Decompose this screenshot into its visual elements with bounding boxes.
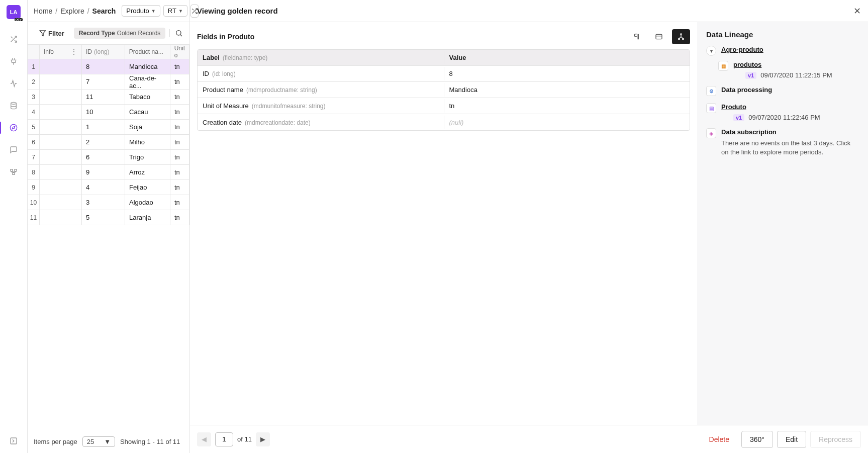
svg-point-0 bbox=[11, 102, 17, 104]
search-icon[interactable] bbox=[169, 29, 183, 37]
field-row: Unit of Measure(mdmunitofmeasure: string… bbox=[198, 98, 690, 114]
processing-icon: ⚙ bbox=[706, 86, 716, 96]
svg-point-1 bbox=[10, 124, 17, 131]
svg-rect-7 bbox=[656, 34, 662, 39]
svg-point-8 bbox=[681, 34, 682, 35]
table-icon: ▦ bbox=[718, 61, 728, 71]
table-row[interactable]: 27Cana-de-ac...tn bbox=[28, 74, 189, 89]
table-row[interactable]: 76Trigotn bbox=[28, 150, 189, 165]
detail-header: Viewing golden record ✕ bbox=[190, 0, 868, 22]
model-icon: ▤ bbox=[706, 103, 716, 113]
nav-explore-icon[interactable] bbox=[4, 118, 24, 138]
detail-title: Viewing golden record bbox=[197, 7, 278, 15]
page-of: of 11 bbox=[237, 435, 252, 443]
table-row[interactable]: 62Milhotn bbox=[28, 135, 189, 150]
showing-text: Showing 1 - 11 of 11 bbox=[120, 438, 180, 445]
subscription-icon: ◈ bbox=[706, 128, 716, 138]
table-row[interactable]: 103Algodaotn bbox=[28, 195, 189, 210]
lineage-produto-link[interactable]: Produto bbox=[721, 103, 746, 111]
field-row: Product name(mdmproductname: string)Mand… bbox=[198, 82, 690, 98]
lineage-title: Data Lineage bbox=[706, 30, 859, 39]
filter-bar: Filter Record Type Golden Records bbox=[28, 22, 189, 44]
nav-database-icon[interactable] bbox=[4, 96, 24, 116]
rt-dropdown[interactable]: RT▼ bbox=[163, 5, 187, 17]
ipp-select[interactable]: 25▼ bbox=[82, 436, 115, 447]
pagination-left: Items per page 25▼ Showing 1 - 11 of 11 bbox=[28, 430, 189, 453]
svg-point-9 bbox=[679, 38, 680, 40]
tree-icon[interactable] bbox=[672, 29, 690, 44]
paragraph-icon[interactable] bbox=[628, 29, 646, 44]
lineage-time: 09/07/2020 11:22:46 PM bbox=[748, 114, 820, 121]
nav-org-icon[interactable] bbox=[4, 162, 24, 182]
grid-header: Info⋮ ID(long) Product na... Unit o bbox=[28, 44, 189, 59]
reprocess-button: Reprocess bbox=[810, 431, 861, 448]
lineage-pane: Data Lineage ▾ Agro-produto ▦ produtos v… bbox=[697, 22, 868, 425]
nav-plug-icon[interactable] bbox=[4, 51, 24, 71]
table-row[interactable]: 51Sojatn bbox=[28, 120, 189, 135]
filter-button[interactable]: Filter bbox=[34, 27, 70, 40]
lineage-agro-link[interactable]: Agro-produto bbox=[721, 46, 763, 53]
field-table: Label(fieldname: type) Value ID(id: long… bbox=[197, 49, 690, 131]
table-row[interactable]: 410Cacautn bbox=[28, 105, 189, 120]
detail-footer: ◀ of 11 ▶ Delete 360° Edit Reprocess bbox=[190, 425, 868, 453]
delete-button[interactable]: Delete bbox=[701, 431, 737, 448]
close-icon[interactable]: ✕ bbox=[853, 6, 861, 17]
breadcrumb-current: Search bbox=[92, 7, 116, 15]
fields-section-title: Fields in Produto bbox=[197, 33, 254, 41]
svg-rect-4 bbox=[13, 172, 15, 174]
app-sidebar: LADEV bbox=[0, 0, 28, 453]
edit-button[interactable]: Edit bbox=[777, 431, 806, 448]
table-row[interactable]: 311Tabacotn bbox=[28, 89, 189, 105]
list-pane: Home / Explore / Search Produto▼ RT▼ Fil… bbox=[28, 0, 190, 453]
breadcrumb-home[interactable]: Home bbox=[34, 7, 52, 15]
ipp-label: Items per page bbox=[34, 438, 77, 445]
data-grid: Info⋮ ID(long) Product na... Unit o 18Ma… bbox=[28, 44, 189, 430]
table-row[interactable]: 115Laranjatn bbox=[28, 210, 189, 225]
version-badge: v1 bbox=[745, 72, 756, 79]
logo[interactable]: LADEV bbox=[7, 5, 21, 19]
table-row[interactable]: 18Mandiocatn bbox=[28, 59, 189, 74]
col-unit[interactable]: Unit o bbox=[170, 45, 189, 59]
col-name[interactable]: Product na... bbox=[125, 45, 170, 59]
fields-area: Fields in Produto Label(fieldname: type)… bbox=[190, 22, 697, 425]
360-button[interactable]: 360° bbox=[741, 431, 773, 448]
col-info[interactable]: Info⋮ bbox=[40, 45, 82, 59]
lineage-subscription-link[interactable]: Data subscription bbox=[721, 128, 777, 136]
product-dropdown[interactable]: Produto▼ bbox=[122, 5, 160, 17]
lineage-processing: Data processing bbox=[721, 86, 772, 94]
detail-pane: Viewing golden record ✕ Fields in Produt… bbox=[190, 0, 868, 453]
card-icon[interactable] bbox=[650, 29, 668, 44]
source-icon: ▾ bbox=[706, 46, 716, 56]
svg-rect-2 bbox=[11, 169, 13, 171]
nav-shuffle-icon[interactable] bbox=[4, 29, 24, 49]
table-row[interactable]: 89Arroztn bbox=[28, 165, 189, 180]
version-badge: v1 bbox=[733, 114, 744, 121]
svg-point-6 bbox=[176, 31, 181, 35]
lineage-produtos-link[interactable]: produtos bbox=[733, 61, 761, 68]
main-area: Home / Explore / Search Produto▼ RT▼ Fil… bbox=[28, 0, 868, 453]
filter-chip[interactable]: Record Type Golden Records bbox=[74, 28, 166, 39]
breadcrumb: Home / Explore / Search Produto▼ RT▼ bbox=[28, 0, 189, 22]
col-id[interactable]: ID(long) bbox=[82, 45, 125, 59]
nav-activity-icon[interactable] bbox=[4, 73, 24, 94]
page-input[interactable] bbox=[215, 432, 233, 446]
lineage-time: 09/07/2020 11:22:15 PM bbox=[760, 71, 832, 79]
nav-chat-icon[interactable] bbox=[4, 140, 24, 160]
lineage-sub-message: There are no events on the last 3 days. … bbox=[721, 139, 859, 157]
filter-icon bbox=[39, 30, 46, 37]
field-row: ID(id: long)8 bbox=[198, 66, 690, 82]
svg-point-10 bbox=[683, 38, 684, 40]
breadcrumb-explore[interactable]: Explore bbox=[60, 7, 84, 15]
field-row: Creation date(mdmcreationdate: date)(nul… bbox=[198, 114, 690, 130]
svg-rect-3 bbox=[15, 169, 17, 171]
nav-expand-icon[interactable] bbox=[4, 431, 24, 451]
page-prev-icon[interactable]: ◀ bbox=[197, 432, 211, 446]
table-row[interactable]: 94Feijaotn bbox=[28, 180, 189, 195]
page-next-icon[interactable]: ▶ bbox=[256, 432, 270, 446]
